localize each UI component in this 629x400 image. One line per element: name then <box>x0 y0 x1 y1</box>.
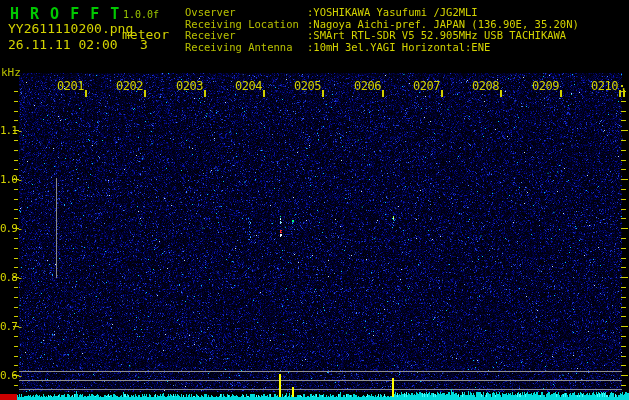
info-value: :Nagoya Aichi-pref. JAPAN (136.90E, 35.2… <box>307 18 579 30</box>
time-tick-label: 0204 <box>235 79 262 93</box>
info-label: Receiving Antenna <box>185 42 307 54</box>
spectrogram-canvas <box>0 0 629 400</box>
datetime-label: 26.11.11 02:00 <box>8 37 118 52</box>
output-filename-label: YY2611110200.png <box>8 21 133 36</box>
freq-tick-label: 0.6- <box>0 369 23 382</box>
info-row: Receiving Antenna:10mH 3el.YAGI Horizont… <box>185 42 579 54</box>
time-tick-label: 0206 <box>354 79 381 93</box>
freq-tick-label: 0.8- <box>0 271 23 284</box>
time-tick-label: 0202 <box>116 79 143 93</box>
freq-tick-label: 0.7- <box>0 320 23 333</box>
time-tick-label: 0208 <box>472 79 499 93</box>
freq-tick-label: 0.9- <box>0 222 23 235</box>
time-tick-label: 0203 <box>176 79 203 93</box>
time-axis-end-mark: . <box>620 79 627 93</box>
freq-tick-label: 1.1- <box>0 124 23 137</box>
info-value: :SMArt RTL-SDR V5 52.905MHz USB TACHIKAW… <box>307 29 566 41</box>
time-tick-label: 0201 <box>57 79 84 93</box>
info-value: :10mH 3el.YAGI Horizontal:ENE <box>307 41 490 53</box>
observer-info: Ovserver:YOSHIKAWA Yasufumi /JG2MLIRecei… <box>185 7 579 53</box>
time-tick-label: 0210 <box>591 79 618 93</box>
hrofft-window: H R O F F T 1.0.0f YY2611110200.png mete… <box>0 0 629 400</box>
freq-tick-label: 1.0- <box>0 173 23 186</box>
app-version-label: 1.0.0f <box>123 9 159 20</box>
time-tick-label: 0205 <box>294 79 321 93</box>
info-label: Receiver <box>185 30 307 42</box>
time-tick-label: 0209 <box>532 79 559 93</box>
freq-unit-label: kHz <box>1 66 21 79</box>
info-value: :YOSHIKAWA Yasufumi /JG2MLI <box>307 6 478 18</box>
info-label: Ovserver <box>185 7 307 19</box>
meteor-count-label: 3 <box>140 37 148 52</box>
time-tick-label: 0207 <box>413 79 440 93</box>
